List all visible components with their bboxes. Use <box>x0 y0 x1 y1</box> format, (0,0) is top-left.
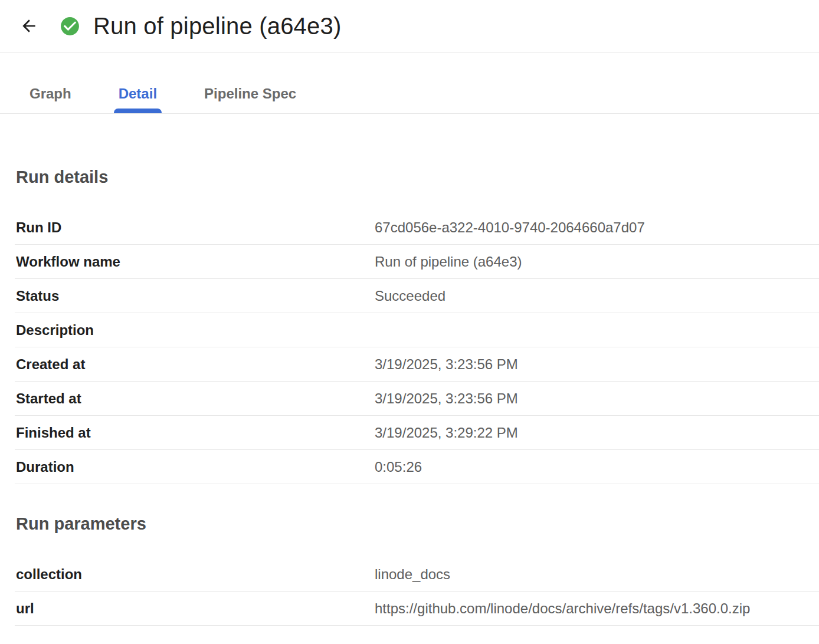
row-value: 3/19/2025, 3:23:56 PM <box>375 390 518 407</box>
row-label: Created at <box>15 356 375 373</box>
row-value: linode_docs <box>375 566 450 583</box>
row-label: Duration <box>15 459 375 475</box>
table-row-collection: collection linode_docs <box>15 557 819 592</box>
table-row-url: url https://github.com/linode/docs/archi… <box>15 592 819 626</box>
table-row-run-id: Run ID 67cd056e-a322-4010-9740-2064660a7… <box>15 211 819 245</box>
run-details-heading: Run details <box>15 114 819 187</box>
page-title: Run of pipeline (a64e3) <box>93 13 341 40</box>
row-value: 3/19/2025, 3:29:22 PM <box>375 425 518 441</box>
row-label: Run ID <box>15 219 375 236</box>
row-label: Description <box>15 322 375 339</box>
table-row-description: Description <box>15 313 819 347</box>
row-label: collection <box>15 566 375 583</box>
tab-graph[interactable]: Graph <box>6 77 95 113</box>
row-label: Finished at <box>15 425 375 441</box>
table-row-created-at: Created at 3/19/2025, 3:23:56 PM <box>15 347 819 382</box>
tab-detail[interactable]: Detail <box>95 77 181 113</box>
back-button[interactable] <box>19 16 39 36</box>
table-row-status: Status Succeeded <box>15 279 819 313</box>
run-detail-content: Run details Run ID 67cd056e-a322-4010-97… <box>15 114 819 626</box>
row-label: Started at <box>15 390 375 407</box>
row-value: Succeeded <box>375 288 445 304</box>
row-value: 67cd056e-a322-4010-9740-2064660a7d07 <box>375 219 645 236</box>
table-row-finished-at: Finished at 3/19/2025, 3:29:22 PM <box>15 416 819 450</box>
row-value: 3/19/2025, 3:23:56 PM <box>375 356 518 373</box>
page-header: Run of pipeline (a64e3) <box>0 0 819 52</box>
tab-bar: Graph Detail Pipeline Spec <box>0 52 819 114</box>
row-value: Run of pipeline (a64e3) <box>375 254 522 270</box>
table-row-workflow-name: Workflow name Run of pipeline (a64e3) <box>15 245 819 279</box>
arrow-back-icon <box>19 17 38 35</box>
row-value: 0:05:26 <box>375 459 422 475</box>
tab-pipeline-spec[interactable]: Pipeline Spec <box>181 77 320 113</box>
table-row-started-at: Started at 3/19/2025, 3:23:56 PM <box>15 382 819 416</box>
run-details-table: Run ID 67cd056e-a322-4010-9740-2064660a7… <box>15 211 819 484</box>
run-status-success-icon <box>59 15 81 37</box>
row-value: https://github.com/linode/docs/archive/r… <box>375 600 750 617</box>
run-parameters-table: collection linode_docs url https://githu… <box>15 557 819 626</box>
row-label: Workflow name <box>15 254 375 270</box>
run-parameters-heading: Run parameters <box>15 484 819 534</box>
row-label: url <box>15 600 375 617</box>
table-row-duration: Duration 0:05:26 <box>15 450 819 484</box>
row-label: Status <box>15 288 375 304</box>
